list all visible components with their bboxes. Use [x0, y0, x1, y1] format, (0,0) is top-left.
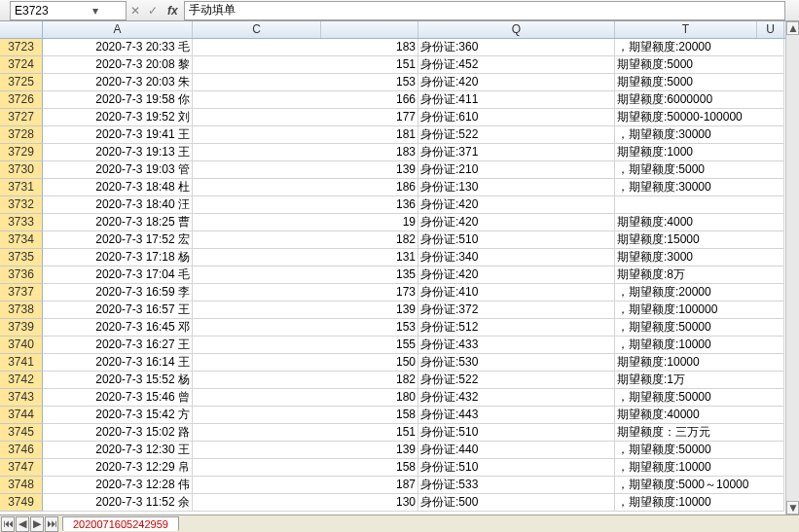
cell-amount[interactable]: 期望额度:3000	[615, 249, 784, 266]
cell-phone[interactable]: 177	[193, 109, 418, 126]
cell-idcard[interactable]: 身份证:420	[418, 266, 615, 284]
cell-idcard[interactable]: 身份证:420	[418, 196, 615, 214]
cell-amount[interactable]: 期望额度:6000000	[615, 91, 784, 109]
cell-idcard[interactable]: 身份证:530	[418, 354, 615, 372]
name-box[interactable]: E3723 ▾	[10, 1, 127, 20]
cell-phone[interactable]: 181	[193, 126, 418, 144]
cell-idcard[interactable]: 身份证:440	[418, 442, 615, 459]
cell-idcard[interactable]: 身份证:610	[418, 109, 615, 126]
cell-date[interactable]: 2020-7-3 19:13 王	[43, 144, 193, 161]
row-header[interactable]: 3734	[0, 231, 43, 249]
cell-date[interactable]: 2020-7-3 18:48 杜	[43, 179, 193, 196]
cell-amount[interactable]: ，期望额度:50000	[615, 442, 784, 459]
cell-date[interactable]: 2020-7-3 11:52 余	[43, 494, 193, 512]
cell-idcard[interactable]: 身份证:452	[418, 56, 615, 74]
row-header[interactable]: 3748	[0, 477, 43, 494]
cell-idcard[interactable]: 身份证:420	[418, 74, 615, 91]
cell-phone[interactable]: 136	[193, 196, 418, 214]
cell-phone[interactable]: 182	[193, 372, 418, 389]
row-header[interactable]: 3741	[0, 354, 43, 372]
cell-idcard[interactable]: 身份证:510	[418, 424, 615, 442]
cell-amount[interactable]: 期望额度:15000	[615, 231, 784, 249]
cell-amount[interactable]: 期望额度：三万元	[615, 424, 784, 442]
row-header[interactable]: 3749	[0, 494, 43, 512]
cell-amount[interactable]: 期望额度:4000	[615, 214, 784, 231]
cell-date[interactable]: 2020-7-3 19:58 你	[43, 91, 193, 109]
cell-amount[interactable]: 期望额度:50000-100000	[615, 109, 784, 126]
cell-date[interactable]: 2020-7-3 16:57 王	[43, 301, 193, 319]
cell-idcard[interactable]: 身份证:372	[418, 301, 615, 319]
row-header[interactable]: 3737	[0, 284, 43, 301]
cell-amount[interactable]: 期望额度:40000	[615, 407, 784, 424]
cell-idcard[interactable]: 身份证:130	[418, 179, 615, 196]
cell-date[interactable]: 2020-7-3 12:29 帛	[43, 459, 193, 477]
column-header-T[interactable]: T	[615, 21, 757, 38]
cell-amount[interactable]	[615, 196, 784, 214]
row-header[interactable]: 3743	[0, 389, 43, 407]
row-header[interactable]: 3724	[0, 56, 43, 74]
cell-phone[interactable]: 153	[193, 74, 418, 91]
cell-date[interactable]: 2020-7-3 19:41 王	[43, 126, 193, 144]
confirm-icon[interactable]: ✓	[144, 4, 162, 18]
cancel-icon[interactable]: ✕	[127, 4, 144, 18]
cell-date[interactable]: 2020-7-3 12:30 王	[43, 442, 193, 459]
row-header[interactable]: 3725	[0, 74, 43, 91]
cell-phone[interactable]: 183	[193, 144, 418, 161]
cell-idcard[interactable]: 身份证:432	[418, 389, 615, 407]
cell-phone[interactable]: 158	[193, 407, 418, 424]
cell-idcard[interactable]: 身份证:443	[418, 407, 615, 424]
cell-idcard[interactable]: 身份证:512	[418, 319, 615, 337]
cell-date[interactable]: 2020-7-3 15:46 曾	[43, 389, 193, 407]
cell-phone[interactable]: 139	[193, 442, 418, 459]
cell-idcard[interactable]: 身份证:510	[418, 459, 615, 477]
row-header[interactable]: 3747	[0, 459, 43, 477]
row-header[interactable]: 3732	[0, 196, 43, 214]
cell-phone[interactable]: 135	[193, 266, 418, 284]
cell-amount[interactable]: ，期望额度:30000	[615, 126, 784, 144]
cell-idcard[interactable]: 身份证:522	[418, 372, 615, 389]
cell-date[interactable]: 2020-7-3 16:59 李	[43, 284, 193, 301]
cell-phone[interactable]: 139	[193, 161, 418, 179]
row-header[interactable]: 3735	[0, 249, 43, 266]
row-header[interactable]: 3740	[0, 337, 43, 354]
vertical-scrollbar[interactable]: ▲ ▼	[785, 21, 799, 514]
cell-phone[interactable]: 151	[193, 56, 418, 74]
cell-phone[interactable]: 158	[193, 459, 418, 477]
cell-date[interactable]: 2020-7-3 20:33 毛	[43, 39, 193, 56]
cell-phone[interactable]: 180	[193, 389, 418, 407]
cell-amount[interactable]: ，期望额度:30000	[615, 179, 784, 196]
cell-amount[interactable]: ，期望额度:10000	[615, 459, 784, 477]
cell-date[interactable]: 2020-7-3 15:42 方	[43, 407, 193, 424]
fx-icon[interactable]: fx	[162, 4, 184, 18]
cell-amount[interactable]: 期望额度:1000	[615, 144, 784, 161]
row-header[interactable]: 3733	[0, 214, 43, 231]
cell-idcard[interactable]: 身份证:371	[418, 144, 615, 161]
cell-phone[interactable]: 151	[193, 424, 418, 442]
cell-idcard[interactable]: 身份证:510	[418, 231, 615, 249]
row-header[interactable]: 3730	[0, 161, 43, 179]
cell-date[interactable]: 2020-7-3 16:27 王	[43, 337, 193, 354]
cell-date[interactable]: 2020-7-3 17:04 毛	[43, 266, 193, 284]
cell-phone[interactable]: 19	[193, 214, 418, 231]
cell-amount[interactable]: ，期望额度:5000～10000	[615, 477, 784, 494]
cell-amount[interactable]: ，期望额度:10000	[615, 494, 784, 512]
name-box-dropdown-icon[interactable]: ▾	[68, 4, 122, 18]
cell-phone[interactable]: 139	[193, 301, 418, 319]
cell-date[interactable]: 2020-7-3 20:08 黎	[43, 56, 193, 74]
cell-phone[interactable]: 150	[193, 354, 418, 372]
cell-date[interactable]: 2020-7-3 19:03 管	[43, 161, 193, 179]
formula-input[interactable]: 手动填单	[184, 1, 785, 20]
cell-amount[interactable]: ，期望额度:10000	[615, 337, 784, 354]
cell-idcard[interactable]: 身份证:411	[418, 91, 615, 109]
cell-date[interactable]: 2020-7-3 17:52 宏	[43, 231, 193, 249]
select-all-corner[interactable]	[0, 21, 43, 38]
cell-date[interactable]: 2020-7-3 16:45 邓	[43, 319, 193, 337]
column-header-C[interactable]: C	[193, 21, 321, 38]
column-header-Q[interactable]: Q	[418, 21, 615, 38]
cell-amount[interactable]: ，期望额度:50000	[615, 389, 784, 407]
tab-nav-first-icon[interactable]: ⏮	[1, 516, 15, 532]
cell-date[interactable]: 2020-7-3 17:18 杨	[43, 249, 193, 266]
cell-phone[interactable]: 186	[193, 179, 418, 196]
cell-date[interactable]: 2020-7-3 15:02 路	[43, 424, 193, 442]
cell-date[interactable]: 2020-7-3 19:52 刘	[43, 109, 193, 126]
